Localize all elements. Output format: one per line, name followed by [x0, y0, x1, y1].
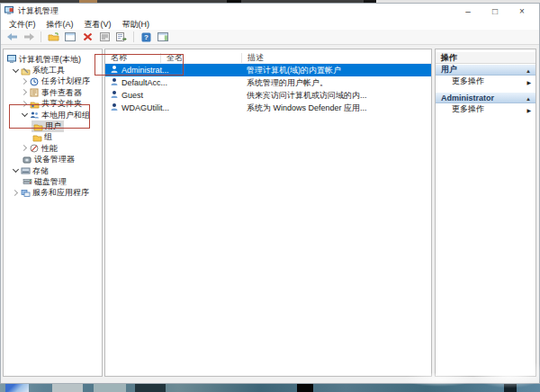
clock-icon [30, 77, 40, 86]
tree-item-event-viewer[interactable]: 事件查看器 [4, 87, 102, 98]
help-icon[interactable]: ? [139, 31, 153, 43]
toolbar: ? [1, 30, 539, 45]
watermark-smudge [403, 372, 475, 387]
menu-action[interactable]: 操作(A) [41, 19, 79, 31]
tree-item-performance[interactable]: 性能 [4, 143, 102, 154]
svg-text:?: ? [144, 33, 148, 41]
show-console-tree-icon[interactable] [46, 31, 60, 43]
tree-item-system-tools[interactable]: 系统工具 [4, 65, 102, 76]
title-bar: 计算机管理 – □ × [1, 4, 539, 19]
storage-icon [21, 166, 31, 175]
console-tree-panel: 计算机管理(本地) 系统工具 任务计划程序 事件查看器 [3, 49, 103, 377]
user-icon [110, 102, 119, 113]
submenu-arrow-icon [526, 77, 531, 86]
tree-item-disk-management[interactable]: 磁盘管理 [4, 176, 102, 187]
tools-folder-icon [21, 67, 31, 76]
folder-icon [32, 133, 42, 142]
tree-item-services-applications[interactable]: 服务和应用程序 [4, 188, 102, 199]
annotation-box-administrator-row [94, 54, 184, 76]
maximize-button[interactable]: □ [482, 4, 508, 19]
submenu-arrow-icon [526, 105, 531, 114]
menu-help[interactable]: 帮助(H) [117, 19, 156, 31]
chevron-collapsed-icon[interactable] [22, 78, 29, 85]
chevron-collapsed-icon[interactable] [22, 89, 29, 96]
delete-icon[interactable] [80, 31, 94, 43]
user-list-panel: 名称 全名 描述 Administrat... 管理计算机(域)的内置帐户 De… [104, 49, 432, 377]
menu-view[interactable]: 查看(V) [79, 19, 117, 31]
properties-icon[interactable] [97, 31, 112, 43]
device-manager-icon [22, 156, 32, 165]
list-row-guest[interactable]: Guest 供来宾访问计算机或访问域的内... [105, 89, 431, 102]
user-icon [110, 77, 119, 88]
column-header-description[interactable]: 描述 [242, 53, 431, 63]
list-row-defaultaccount[interactable]: DefaultAcc... 系统管理的用户帐户。 [105, 76, 431, 89]
user-icon [110, 90, 119, 101]
menu-bar: 文件(F) 操作(A) 查看(V) 帮助(H) [1, 19, 539, 30]
collapse-icon[interactable] [526, 66, 531, 75]
disk-icon [22, 177, 32, 186]
actions-section-users[interactable]: 用户 [436, 65, 536, 76]
services-icon [21, 189, 31, 198]
close-button[interactable]: × [508, 4, 536, 19]
forward-icon[interactable] [22, 31, 36, 43]
more-actions-administrator[interactable]: 更多操作 [436, 103, 536, 115]
event-log-icon [30, 88, 40, 97]
tree-item-storage[interactable]: 存储 [4, 165, 102, 176]
chevron-expanded-icon[interactable] [13, 67, 20, 75]
screen: 计算机管理 – □ × 文件(F) 操作(A) 查看(V) 帮助(H) [0, 0, 540, 392]
back-icon[interactable] [4, 31, 19, 43]
app-icon [4, 6, 14, 17]
menu-file[interactable]: 文件(F) [4, 19, 41, 31]
tree-item-groups[interactable]: 组 [4, 132, 102, 143]
console-window-icon[interactable] [63, 31, 77, 43]
actions-panel: 操作 用户 更多操作 Administrator 更多操作 [435, 49, 536, 377]
show-action-pane-icon[interactable] [156, 31, 170, 43]
export-list-icon[interactable] [114, 31, 129, 43]
watermark-smudge [472, 358, 540, 388]
tree-item-device-manager[interactable]: 设备管理器 [4, 155, 102, 165]
chevron-collapsed-icon[interactable] [22, 145, 29, 152]
window-title: 计算机管理 [18, 5, 58, 17]
more-actions-users[interactable]: 更多操作 [436, 76, 536, 87]
performance-icon [30, 144, 40, 153]
computer-icon [7, 55, 17, 64]
tree-item-computer-management[interactable]: 计算机管理(本地) [4, 54, 102, 65]
computer-management-window: 计算机管理 – □ × 文件(F) 操作(A) 查看(V) 帮助(H) [0, 3, 540, 384]
annotation-box-tree-users [9, 104, 90, 129]
actions-section-administrator[interactable]: Administrator [436, 93, 536, 103]
chevron-expanded-icon[interactable] [13, 167, 20, 174]
actions-pane-title: 操作 [436, 52, 536, 64]
collapse-icon[interactable] [526, 94, 531, 102]
chevron-collapsed-icon[interactable] [13, 190, 20, 197]
tree-item-task-scheduler[interactable]: 任务计划程序 [4, 76, 102, 87]
list-row-wdagutility[interactable]: WDAGUtilit... 系统为 Windows Defender 应用... [105, 102, 431, 114]
minimize-button[interactable]: – [454, 4, 482, 19]
